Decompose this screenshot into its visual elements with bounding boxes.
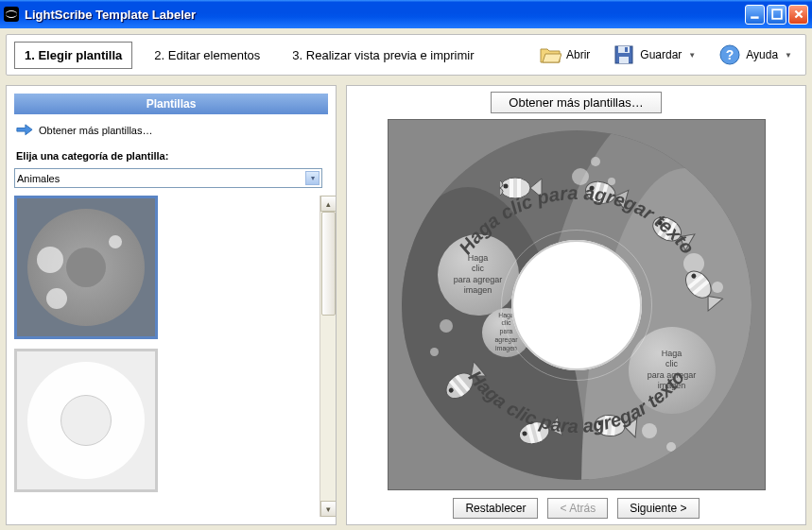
templates-header: Plantillas [14, 94, 328, 114]
category-label: Elija una categoría de plantilla: [16, 150, 334, 162]
templates-panel: Plantillas Obtener más plantillas… Elija… [6, 85, 337, 525]
svg-rect-4 [619, 57, 629, 63]
scrollbar[interactable]: ▴ ▾ [320, 196, 336, 517]
step-2-edit-elements[interactable]: 2. Editar elementos [144, 42, 270, 69]
fish-graphic [496, 172, 544, 204]
scroll-up-button[interactable]: ▴ [320, 196, 336, 212]
floppy-save-icon [613, 43, 635, 66]
help-button[interactable]: ? Ayuda ▼ [713, 41, 798, 69]
open-button[interactable]: Abrir [533, 41, 596, 69]
category-selected-value: Animales [17, 173, 60, 184]
window-title: LightScribe Template Labeler [25, 8, 745, 22]
back-button[interactable]: < Atrás [547, 498, 608, 519]
close-button[interactable] [788, 5, 808, 25]
svg-rect-3 [618, 46, 630, 53]
svg-rect-9 [510, 179, 513, 197]
svg-rect-5 [625, 47, 628, 52]
svg-rect-10 [517, 179, 521, 197]
chevron-down-icon: ▼ [785, 51, 792, 60]
step-3-preview-print[interactable]: 3. Realizar vista previa e imprimir [282, 42, 484, 69]
scroll-thumb[interactable] [321, 212, 336, 316]
get-more-templates-button[interactable]: Obtener más plantillas… [491, 92, 661, 113]
template-thumbnail[interactable] [14, 349, 158, 492]
app-icon [4, 7, 19, 22]
get-more-templates-link[interactable]: Obtener más plantillas… [16, 124, 334, 137]
svg-text:?: ? [726, 47, 734, 62]
maximize-button[interactable] [767, 5, 786, 25]
step-1-choose-template[interactable]: 1. Elegir plantilla [14, 42, 132, 69]
disc-surface[interactable]: Haga clic para agregar imagen Haga clic … [402, 130, 752, 480]
window-titlebar: LightScribe Template Labeler [0, 0, 812, 28]
fish-graphic [589, 407, 639, 443]
template-thumbnail[interactable] [14, 196, 158, 339]
reset-button[interactable]: Restablecer [453, 498, 538, 519]
wizard-toolbar: 1. Elegir plantilla 2. Editar elementos … [6, 34, 806, 76]
svg-rect-1 [772, 9, 782, 19]
svg-point-32 [594, 414, 626, 437]
save-label: Guardar [640, 48, 682, 61]
folder-open-icon [539, 43, 561, 66]
category-select[interactable]: Animales ▾ [14, 168, 322, 188]
help-icon: ? [718, 43, 741, 66]
open-label: Abrir [566, 48, 590, 61]
disc-preview: Haga clic para agregar imagen Haga clic … [388, 119, 766, 490]
svg-point-11 [503, 183, 508, 188]
arrow-right-icon [16, 124, 33, 137]
chevron-down-icon: ▼ [688, 51, 696, 60]
get-more-link-label: Obtener más plantillas… [39, 125, 152, 136]
scroll-down-button[interactable]: ▾ [320, 501, 336, 517]
minimize-button[interactable] [745, 5, 765, 25]
svg-point-16 [648, 212, 685, 245]
save-button[interactable]: Guardar ▼ [607, 41, 701, 69]
next-button[interactable]: Siguiente > [617, 498, 699, 519]
disc-hole [511, 240, 642, 370]
preview-panel: Obtener más plantillas… [346, 85, 806, 525]
help-label: Ayuda [746, 48, 778, 61]
svg-rect-0 [751, 16, 758, 18]
chevron-down-icon: ▾ [305, 171, 320, 185]
